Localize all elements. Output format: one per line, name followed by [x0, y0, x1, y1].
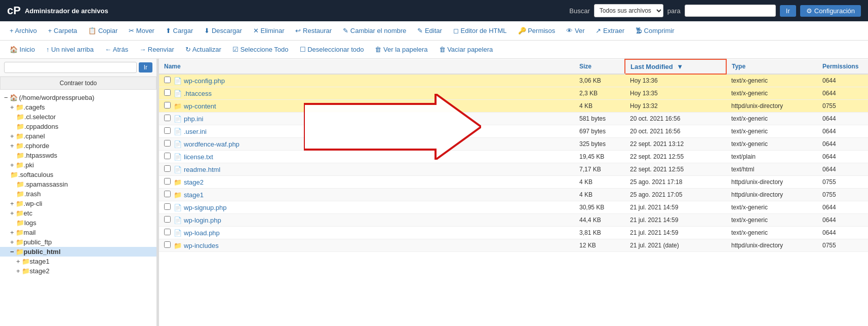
tree-item-trash[interactable]: 📁 .trash [0, 189, 156, 199]
tree-item-etc[interactable]: + 📁 etc [0, 208, 156, 218]
col-permissions[interactable]: Permissions [817, 59, 868, 74]
compress-btn[interactable]: 🗜 Comprimir [631, 24, 679, 37]
table-row[interactable]: 📄wp-login.php44,4 KB21 jul. 2021 14:59te… [159, 214, 868, 227]
tree-item-cppaddons[interactable]: 📁 .cppaddons [0, 122, 156, 131]
delete-btn[interactable]: ✕ Eliminar [249, 24, 289, 37]
collapse-all-btn[interactable]: Contraer todo [0, 77, 156, 90]
col-size[interactable]: Size [574, 59, 625, 74]
table-row[interactable]: 📄.user.ini697 bytes20 oct. 2021 16:56tex… [159, 125, 868, 138]
table-row[interactable]: 📄php.ini581 bytes20 oct. 2021 16:56text/… [159, 113, 868, 125]
table-row[interactable]: 📁wp-content4 KBHoy 13:32httpd/unix-direc… [159, 100, 868, 113]
permissions-btn[interactable]: 🔑 Permisos [514, 24, 560, 37]
tree-item-logs[interactable]: 📁 logs [0, 218, 156, 228]
row-checkbox[interactable] [164, 89, 171, 96]
tree-item-cpanel[interactable]: + 📁 .cpanel [0, 131, 156, 141]
tree-item-publicftp[interactable]: + 📁 public_ftp [0, 237, 156, 247]
row-checkbox[interactable] [164, 178, 171, 185]
up-nav[interactable]: ↑ Un nivel arriba [42, 43, 98, 56]
tree-item-cagefs[interactable]: + 📁 .cagefs [0, 102, 156, 112]
file-name[interactable]: wp-signup.php [184, 204, 227, 211]
file-name[interactable]: php.ini [184, 115, 203, 123]
download-btn[interactable]: ⬇ Descargar [200, 24, 247, 37]
tree-item-stage2[interactable]: + 📁 stage2 [0, 266, 156, 276]
row-checkbox[interactable] [164, 191, 171, 197]
copy-btn[interactable]: 📋 Copiar [84, 24, 122, 37]
file-permissions-cell: 0755 [817, 100, 868, 113]
table-row[interactable]: 📁wp-includes12 KB21 jul. 2021 (date)http… [159, 239, 868, 252]
col-type[interactable]: Type [726, 59, 817, 74]
file-name[interactable]: stage1 [184, 191, 204, 199]
file-permissions-cell: 0644 [817, 125, 868, 138]
rename-btn[interactable]: ✎ Cambiar el nombre [338, 24, 411, 37]
file-name[interactable]: wp-login.php [184, 216, 221, 224]
tree-item-stage1[interactable]: + 📁 stage1 [0, 257, 156, 266]
table-row[interactable]: 📄readme.html7,17 KB22 sept. 2021 12:55te… [159, 163, 868, 176]
file-name[interactable]: wp-config.php [184, 77, 225, 85]
search-type-select[interactable]: Todos sus archivos [594, 4, 663, 17]
row-checkbox[interactable] [164, 140, 171, 147]
home-nav[interactable]: 🏠 Inicio [5, 43, 40, 56]
file-name[interactable]: wp-includes [184, 242, 219, 249]
file-name[interactable]: stage2 [184, 178, 204, 186]
view-btn[interactable]: 👁 Ver [562, 24, 589, 37]
row-checkbox[interactable] [164, 203, 171, 210]
tree-item-publichtml[interactable]: − 📁 public_html [0, 247, 156, 257]
row-checkbox[interactable] [164, 77, 171, 83]
refresh-nav[interactable]: ↻ Actualizar [181, 43, 226, 56]
table-row[interactable]: 📁stage14 KB25 ago. 2021 17:05httpd/unix-… [159, 189, 868, 201]
move-btn[interactable]: ✂ Mover [124, 24, 159, 37]
tree-item-softaculous[interactable]: 📁 .softaculous [0, 170, 156, 179]
row-checkbox[interactable] [164, 229, 171, 235]
new-folder-btn[interactable]: + Carpeta [44, 24, 82, 37]
tree-item-htpasswds[interactable]: 📁 .htpasswds [0, 151, 156, 160]
trash-nav[interactable]: 🗑 Ver la papelera [370, 43, 432, 56]
file-name[interactable]: wp-load.php [184, 229, 220, 237]
tree-item-pki[interactable]: + 📁 .pki [0, 160, 156, 170]
table-row[interactable]: 📄wordfence-waf.php325 bytes22 sept. 2021… [159, 138, 868, 151]
table-row[interactable]: 📄wp-load.php3,81 KB21 jul. 2021 14:59tex… [159, 227, 868, 239]
row-checkbox[interactable] [164, 153, 171, 159]
path-go-button[interactable]: Ir [139, 62, 152, 73]
file-name[interactable]: readme.html [184, 166, 220, 173]
table-row[interactable]: 📄license.txt19,45 KB22 sept. 2021 12:55t… [159, 151, 868, 163]
empty-trash-nav[interactable]: 🗑 Vaciar papelera [435, 43, 498, 56]
row-checkbox[interactable] [164, 115, 171, 121]
extract-btn[interactable]: ↗ Extraer [591, 24, 629, 37]
tree-item-mail[interactable]: + 📁 mail [0, 228, 156, 237]
file-name[interactable]: license.txt [184, 153, 213, 161]
row-checkbox[interactable] [164, 127, 171, 134]
row-checkbox[interactable] [164, 216, 171, 223]
forward-nav[interactable]: → Reenviar [135, 43, 179, 56]
file-name[interactable]: .user.ini [184, 128, 207, 135]
back-nav[interactable]: ← Atrás [100, 43, 133, 56]
file-name[interactable]: .htaccess [184, 90, 212, 97]
tree-item-wpcli[interactable]: + 📁 .wp-cli [0, 199, 156, 208]
new-file-btn[interactable]: + Archivo [5, 24, 42, 37]
upload-btn[interactable]: ⬆ Cargar [161, 24, 198, 37]
col-last-modified[interactable]: Last Modified ▼ [625, 59, 726, 74]
deselect-all-nav[interactable]: ☐ Deseleccionar todo [295, 43, 369, 56]
edit-btn[interactable]: ✎ Editar [413, 24, 447, 37]
row-checkbox[interactable] [164, 102, 171, 108]
search-input[interactable] [685, 5, 776, 17]
tree-item-spamassassin[interactable]: 📁 .spamassassin [0, 179, 156, 189]
select-all-nav[interactable]: ☑ Seleccione Todo [228, 43, 293, 56]
html-editor-btn[interactable]: ◻ Editor de HTML [449, 24, 511, 37]
tree-item-root[interactable]: − 🏠 (/home/wordpressprueba) [0, 93, 156, 102]
table-row[interactable]: 📄wp-config.php3,06 KBHoy 13:36text/x-gen… [159, 74, 868, 87]
table-row[interactable]: 📄wp-signup.php30,95 KB21 jul. 2021 14:59… [159, 201, 868, 214]
config-button[interactable]: ⚙ Configuración [800, 5, 861, 17]
tree-item-clselector[interactable]: 📁 .cl.selector [0, 112, 156, 122]
col-name[interactable]: Name [159, 59, 574, 74]
file-name[interactable]: wp-content [184, 102, 216, 110]
table-row[interactable]: 📁stage24 KB25 ago. 2021 17:18httpd/unix-… [159, 176, 868, 189]
path-input[interactable]: public_html [4, 62, 137, 73]
row-checkbox[interactable] [164, 241, 171, 248]
file-name[interactable]: wordfence-waf.php [184, 140, 240, 148]
table-row[interactable]: 📄.htaccess2,3 KBHoy 13:35text/x-generic0… [159, 87, 868, 100]
row-checkbox[interactable] [164, 165, 171, 172]
restore-btn[interactable]: ↩ Restaurar [291, 24, 336, 37]
search-go-button[interactable]: Ir [780, 5, 796, 17]
tree-item-cphorde[interactable]: + 📁 .cphorde [0, 141, 156, 151]
plus-icon: + [10, 238, 14, 246]
